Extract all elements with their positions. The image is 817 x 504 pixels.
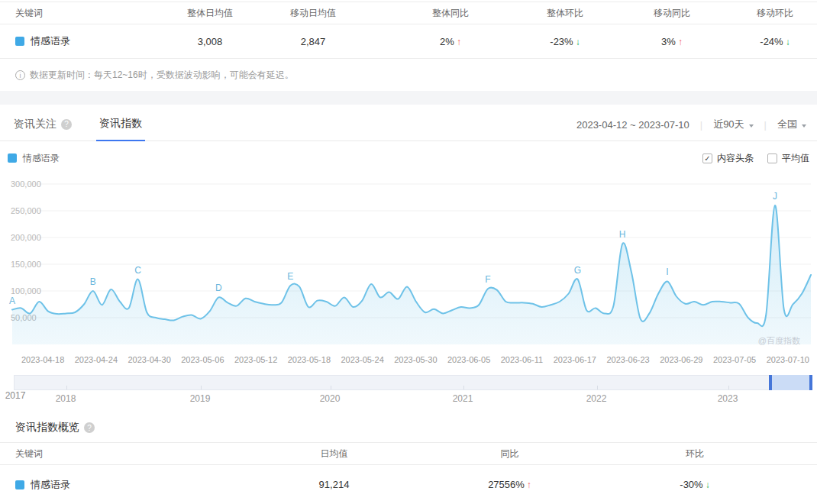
trend-arrow-icon: ↑ bbox=[527, 480, 531, 490]
peak-label-H: H bbox=[619, 229, 626, 240]
peak-label-D: D bbox=[215, 283, 222, 293]
col-overall-yoy: 整体同比 bbox=[382, 7, 519, 20]
keyword-color-swatch bbox=[15, 480, 24, 489]
checkbox-label: 内容头条 bbox=[717, 152, 754, 165]
legend-label: 情感语录 bbox=[23, 152, 60, 165]
checkbox-item-0[interactable]: ✓内容头条 bbox=[702, 152, 754, 165]
trend-arrow-icon: ↓ bbox=[786, 37, 790, 47]
timeline-track[interactable] bbox=[14, 375, 812, 390]
y-axis-tick: 300,000 bbox=[11, 179, 41, 189]
timeline-tick bbox=[728, 386, 729, 389]
overview-title: 资讯指数概览 ? bbox=[15, 421, 817, 435]
year-label-2018: 2018 bbox=[56, 393, 76, 404]
help-icon[interactable]: ? bbox=[61, 119, 72, 130]
timeline-year-labels: 2017201820192020202120222023 bbox=[0, 390, 817, 407]
checkbox-label: 平均值 bbox=[782, 152, 809, 165]
region-selector[interactable]: 全国 bbox=[777, 118, 806, 131]
x-axis-tick: 2023-07-10 bbox=[767, 355, 809, 370]
x-axis-tick: 2023-04-24 bbox=[75, 355, 118, 370]
x-axis-tick: 2023-04-30 bbox=[128, 355, 171, 370]
summary-card: 关键词 整体日均值 移动日均值 整体同比 整体环比 移动同比 移动环比 情感语录… bbox=[0, 2, 817, 82]
date-range-label: 2023-04-12 ~ 2023-07-10 bbox=[576, 119, 689, 131]
summary-table-row: 情感语录 3,008 2,847 2%↑ -23%↓ 3%↑ -24%↓ bbox=[0, 24, 817, 59]
peak-label-A: A bbox=[9, 296, 15, 306]
timeline-scrubber: 2017201820192020202120222023 bbox=[0, 375, 817, 407]
overview-table-header: 关键词 日均值 同比 环比 bbox=[0, 442, 817, 465]
daily-avg-value: 91,214 bbox=[221, 479, 447, 490]
mobile-mom-value: -24%↓ bbox=[733, 36, 817, 47]
y-axis-tick: 150,000 bbox=[11, 260, 41, 269]
x-axis-tick: 2023-06-23 bbox=[606, 355, 649, 370]
chart-controls: 2023-04-12 ~ 2023-07-10 | 近90天 | 全国 bbox=[576, 118, 806, 141]
y-axis-tick: 100,000 bbox=[11, 286, 41, 296]
tab-news-index[interactable]: 资讯指数 bbox=[96, 117, 145, 141]
timeline-selection-handle[interactable] bbox=[769, 375, 812, 390]
col-overall-daily-avg: 整体日均值 bbox=[176, 7, 244, 20]
col-mobile-daily-avg: 移动日均值 bbox=[244, 7, 382, 20]
col-mobile-yoy: 移动同比 bbox=[611, 7, 733, 20]
watermark: @百度指数 bbox=[758, 336, 800, 345]
x-axis-tick: 2023-06-05 bbox=[447, 355, 490, 370]
mobile-yoy-value: 3%↑ bbox=[611, 36, 733, 47]
col-keyword: 关键词 bbox=[0, 7, 176, 20]
yoy-value: 27556%↑ bbox=[447, 479, 573, 490]
x-axis-labels: 2023-04-182023-04-242023-04-302023-05-06… bbox=[0, 352, 817, 370]
y-axis-tick: 200,000 bbox=[11, 233, 41, 242]
overview-table-row: 情感语录 91,214 27556%↑ -30%↓ bbox=[0, 465, 817, 504]
x-axis-tick: 2023-06-11 bbox=[501, 355, 543, 370]
mobile-daily-avg-value: 2,847 bbox=[244, 36, 382, 47]
overall-daily-avg-value: 3,008 bbox=[176, 36, 244, 47]
area-fill bbox=[12, 205, 811, 344]
x-axis-tick: 2023-05-24 bbox=[341, 355, 384, 370]
overview-section: 资讯指数概览 ? 关键词 日均值 同比 环比 情感语录 91,214 27556… bbox=[0, 421, 817, 504]
year-label-2023: 2023 bbox=[718, 393, 738, 404]
section-divider-band bbox=[0, 91, 817, 105]
series-legend: 情感语录 bbox=[8, 152, 60, 165]
timeline-tick bbox=[597, 386, 598, 389]
keyword-color-swatch bbox=[15, 37, 24, 46]
timeline-tick bbox=[331, 386, 331, 389]
chevron-down-icon bbox=[802, 124, 806, 128]
chevron-down-icon bbox=[749, 124, 754, 128]
trend-chart[interactable]: 300,000250,000200,000150,000100,00050,00… bbox=[0, 175, 817, 352]
y-axis-tick: 250,000 bbox=[11, 206, 41, 215]
summary-table-header: 关键词 整体日均值 移动日均值 整体同比 整体环比 移动同比 移动环比 bbox=[0, 2, 817, 24]
chart-checkboxes: ✓内容头条平均值 bbox=[689, 152, 809, 165]
col-yoy: 同比 bbox=[447, 447, 573, 460]
data-update-note: i 数据更新时间：每天12~16时，受数据波动影响，可能会有延迟。 bbox=[15, 69, 817, 82]
keyword-label: 情感语录 bbox=[31, 478, 70, 492]
x-axis-tick: 2023-04-18 bbox=[21, 355, 64, 370]
help-icon[interactable]: ? bbox=[84, 422, 95, 433]
col-mobile-mom: 移动环比 bbox=[733, 7, 817, 20]
tabs-row: 资讯关注 ? 资讯指数 2023-04-12 ~ 2023-07-10 | 近9… bbox=[0, 105, 817, 141]
period-selector[interactable]: 近90天 bbox=[713, 118, 753, 131]
checkbox-item-1[interactable]: 平均值 bbox=[767, 152, 809, 165]
x-axis-tick: 2023-05-12 bbox=[234, 355, 277, 370]
timeline-tick bbox=[66, 386, 67, 389]
col-overall-mom: 整体环比 bbox=[519, 7, 611, 20]
peak-label-I: I bbox=[666, 267, 668, 277]
peak-label-C: C bbox=[134, 265, 141, 276]
peak-label-J: J bbox=[773, 191, 777, 202]
timeline-tick bbox=[201, 386, 202, 389]
legend-color-swatch bbox=[8, 153, 17, 163]
checkbox-unchecked-icon[interactable] bbox=[767, 153, 777, 163]
year-label-2019: 2019 bbox=[190, 393, 211, 404]
trend-section: 资讯关注 ? 资讯指数 2023-04-12 ~ 2023-07-10 | 近9… bbox=[0, 105, 817, 407]
year-label-2020: 2020 bbox=[320, 393, 341, 404]
keyword-cell: 情感语录 bbox=[0, 34, 176, 48]
x-axis-tick: 2023-07-05 bbox=[713, 355, 756, 370]
trend-arrow-icon: ↑ bbox=[678, 37, 683, 47]
legend-row: 情感语录 ✓内容头条平均值 bbox=[0, 141, 817, 175]
mom-value: -30%↓ bbox=[573, 479, 817, 490]
col-keyword: 关键词 bbox=[0, 447, 221, 460]
peak-label-G: G bbox=[574, 265, 581, 276]
peak-label-B: B bbox=[90, 276, 96, 287]
checkbox-checked-icon[interactable]: ✓ bbox=[702, 153, 712, 163]
x-axis-tick: 2023-05-06 bbox=[181, 355, 224, 370]
tab-news-attention[interactable]: 资讯关注 ? bbox=[11, 117, 75, 141]
peak-label-E: E bbox=[287, 271, 293, 282]
year-label-2017: 2017 bbox=[5, 390, 26, 401]
col-mom: 环比 bbox=[573, 447, 817, 460]
year-label-2021: 2021 bbox=[453, 393, 473, 404]
